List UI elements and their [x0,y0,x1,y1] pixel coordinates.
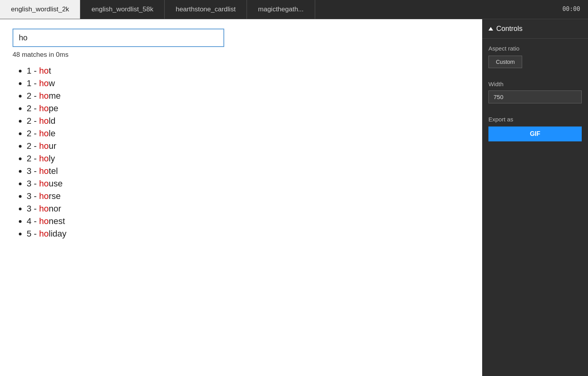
match-highlight: ho [39,191,49,201]
export-label: Export as [488,116,582,123]
match-rest: pe [49,103,58,113]
list-item: 4 - honest [27,216,470,226]
list-item: 2 - holy [27,154,470,164]
match-count: 48 matches in 0ms [13,51,470,59]
content-area: 48 matches in 0ms 1 - hot1 - how2 - home… [0,19,482,376]
match-rest: liday [49,229,66,239]
match-number: 1 - [27,66,39,76]
timer-display: 00:00 [555,0,588,19]
match-number: 1 - [27,78,39,88]
width-section: Width [482,81,588,110]
match-rest: ld [49,116,55,126]
list-item: 5 - holiday [27,229,470,239]
match-highlight: ho [39,141,49,151]
match-number: 3 - [27,179,39,188]
tab-hearthstone[interactable]: hearthstone_cardlist [165,0,247,19]
match-highlight: ho [39,116,49,126]
results-list: 1 - hot1 - how2 - home2 - hope2 - hold2 … [13,66,470,239]
list-item: 1 - hot [27,66,470,76]
tab-wordlist-2k[interactable]: english_wordlist_2k [0,0,80,19]
match-number: 2 - [27,141,39,151]
list-item: 3 - house [27,179,470,189]
match-number: 2 - [27,116,39,126]
match-number: 2 - [27,128,39,138]
match-number: 2 - [27,91,39,101]
match-rest: tel [49,166,58,176]
aspect-ratio-section: Aspect ratio Custom [482,39,588,81]
match-highlight: ho [39,66,49,76]
match-highlight: ho [39,204,49,213]
match-rest: t [49,66,51,76]
match-rest: ur [49,141,56,151]
match-rest: w [49,78,55,88]
list-item: 2 - hope [27,103,470,114]
gif-button[interactable]: GIF [488,127,582,141]
match-number: 5 - [27,229,39,239]
match-rest: nest [49,216,65,226]
list-item: 2 - hour [27,141,470,151]
match-rest: ly [49,154,55,163]
match-rest: me [49,91,61,101]
list-item: 2 - hold [27,116,470,126]
match-highlight: ho [39,229,49,239]
search-input[interactable] [13,29,224,47]
width-label: Width [488,81,582,87]
list-item: 3 - honor [27,204,470,214]
match-number: 4 - [27,216,39,226]
tab-bar: english_wordlist_2k english_wordlist_58k… [0,0,588,19]
list-item: 3 - horse [27,191,470,201]
match-number: 3 - [27,166,39,176]
match-highlight: ho [39,154,49,163]
match-number: 3 - [27,204,39,213]
right-panel: Controls Aspect ratio Custom Width Expor… [482,19,588,376]
controls-header: Controls [482,19,588,39]
tab-wordlist-58k[interactable]: english_wordlist_58k [80,0,165,19]
match-number: 3 - [27,191,39,201]
width-input[interactable] [488,90,582,103]
match-rest: rse [49,191,61,201]
match-highlight: ho [39,128,49,138]
list-item: 2 - hole [27,128,470,139]
match-highlight: ho [39,103,49,113]
match-highlight: ho [39,91,49,101]
list-item: 1 - how [27,78,470,89]
match-rest: use [49,179,62,188]
list-item: 2 - home [27,91,470,101]
match-number: 2 - [27,154,39,163]
list-item: 3 - hotel [27,166,470,176]
match-highlight: ho [39,78,49,88]
main-layout: 48 matches in 0ms 1 - hot1 - how2 - home… [0,19,588,376]
custom-button[interactable]: Custom [488,56,522,68]
match-highlight: ho [39,216,49,226]
match-rest: nor [49,204,61,213]
controls-title: Controls [496,25,523,33]
collapse-icon[interactable] [488,27,493,31]
export-section: Export as GIF [482,110,588,148]
match-number: 2 - [27,103,39,113]
tab-magic[interactable]: magicthegath... [247,0,315,19]
aspect-ratio-label: Aspect ratio [488,45,582,52]
match-highlight: ho [39,179,49,188]
match-highlight: ho [39,166,49,176]
match-rest: le [49,128,55,138]
